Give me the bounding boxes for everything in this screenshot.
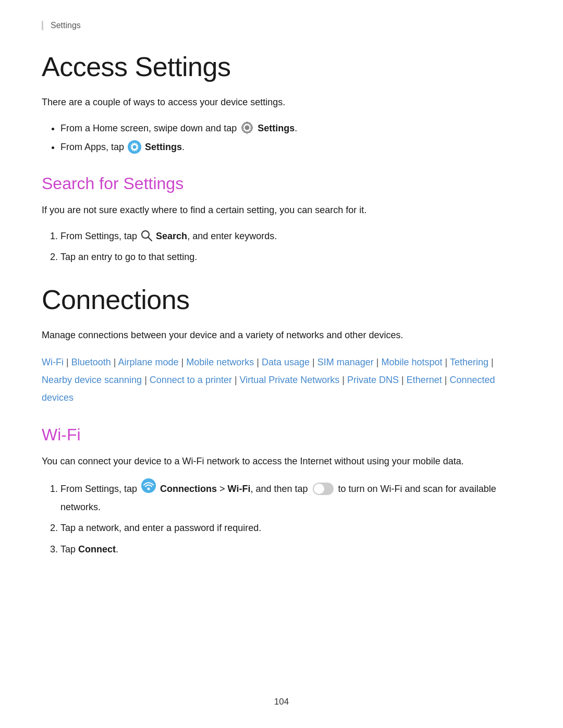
link-data-usage[interactable]: Data usage	[262, 357, 310, 367]
svg-point-8	[141, 478, 156, 493]
separator: |	[64, 357, 71, 367]
link-mobile-networks[interactable]: Mobile networks	[186, 357, 254, 367]
separator: |	[232, 375, 240, 385]
list-item: From a Home screen, swipe down and tap S…	[60, 120, 521, 137]
search-settings-title: Search for Settings	[42, 174, 521, 193]
svg-point-9	[148, 488, 150, 490]
svg-line-7	[148, 237, 152, 241]
separator: |	[310, 357, 317, 367]
separator: |	[399, 375, 407, 385]
breadcrumb: Settings	[42, 21, 521, 30]
svg-point-5	[133, 145, 137, 149]
access-settings-list: From a Home screen, swipe down and tap S…	[42, 120, 521, 155]
link-vpn[interactable]: Virtual Private Networks	[240, 375, 340, 385]
link-connect-printer[interactable]: Connect to a printer	[150, 375, 232, 385]
wifi-section: Wi-Fi You can connect your device to a W…	[42, 425, 521, 557]
link-private-dns[interactable]: Private DNS	[347, 375, 399, 385]
access-settings-section: Access Settings There are a couple of wa…	[42, 51, 521, 155]
list-item: From Settings, tap Search, and enter key…	[60, 228, 521, 244]
list-item: From Apps, tap Settings.	[60, 139, 521, 155]
list-item: Tap Connect.	[60, 541, 521, 558]
gear-icon-gray	[240, 121, 254, 134]
link-mobile-hotspot[interactable]: Mobile hotspot	[381, 357, 442, 367]
wifi-icon	[141, 478, 156, 498]
separator: |	[179, 357, 187, 367]
separator: |	[443, 357, 450, 367]
wifi-label: Wi-Fi	[228, 484, 251, 494]
list-item: Tap an entry to go to that setting.	[60, 249, 521, 265]
search-label: Search	[156, 231, 187, 241]
connect-label: Connect	[78, 544, 116, 554]
separator: |	[374, 357, 382, 367]
separator: |	[142, 375, 150, 385]
access-settings-intro: There are a couple of ways to access you…	[42, 95, 521, 110]
search-settings-intro: If you are not sure exactly where to fin…	[42, 203, 521, 218]
settings-label-1: Settings	[258, 123, 295, 133]
link-airplane-mode[interactable]: Airplane mode	[118, 357, 178, 367]
connections-section: Connections Manage connections between y…	[42, 284, 521, 406]
settings-label-2: Settings	[145, 142, 182, 152]
separator: |	[339, 375, 347, 385]
connections-title: Connections	[42, 284, 521, 315]
separator: |	[254, 357, 262, 367]
wifi-intro: You can connect your device to a Wi-Fi n…	[42, 454, 521, 469]
search-icon	[141, 230, 152, 241]
connections-links: Wi-Fi | Bluetooth | Airplane mode | Mobi…	[42, 353, 521, 407]
wifi-steps: From Settings, tap Connections > Wi-Fi, …	[42, 479, 521, 557]
page-number: 104	[0, 697, 563, 707]
link-bluetooth[interactable]: Bluetooth	[71, 357, 111, 367]
access-settings-title: Access Settings	[42, 51, 521, 82]
gear-icon-blue	[128, 140, 141, 154]
list-item: Tap a network, and enter a password if r…	[60, 520, 521, 536]
connections-intro: Manage connections between your device a…	[42, 328, 521, 343]
link-nearby-device-scanning[interactable]: Nearby device scanning	[42, 375, 142, 385]
search-settings-steps: From Settings, tap Search, and enter key…	[42, 228, 521, 265]
separator: |	[488, 357, 494, 367]
link-tethering[interactable]: Tethering	[450, 357, 488, 367]
link-sim-manager[interactable]: SIM manager	[317, 357, 374, 367]
separator: |	[442, 375, 450, 385]
toggle-icon	[313, 483, 334, 495]
link-ethernet[interactable]: Ethernet	[407, 375, 442, 385]
separator: |	[111, 357, 118, 367]
link-wifi[interactable]: Wi-Fi	[42, 357, 64, 367]
search-settings-section: Search for Settings If you are not sure …	[42, 174, 521, 265]
wifi-title: Wi-Fi	[42, 425, 521, 445]
list-item: From Settings, tap Connections > Wi-Fi, …	[60, 479, 521, 515]
connections-label: Connections	[160, 484, 217, 494]
